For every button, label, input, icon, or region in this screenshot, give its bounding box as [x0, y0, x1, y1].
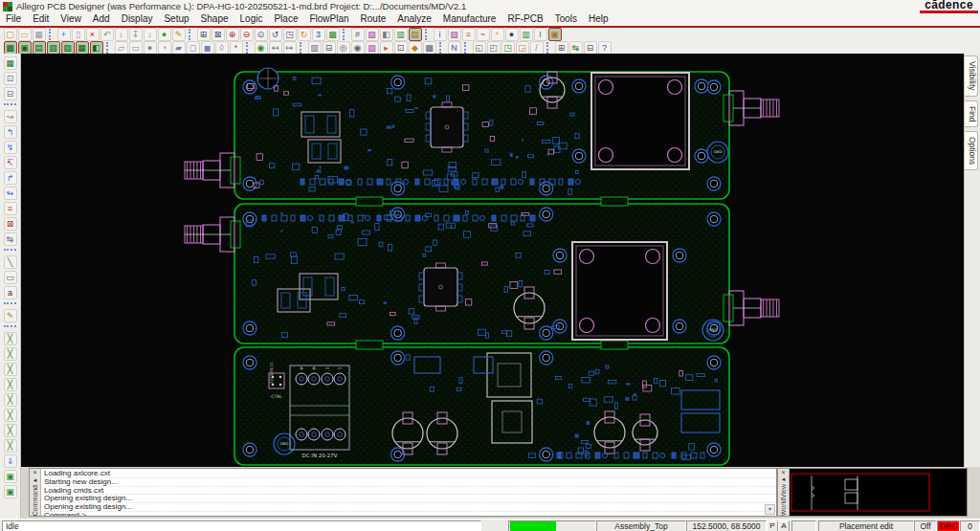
paste-icon[interactable]: ↓	[115, 28, 128, 41]
console-close-icon[interactable]: ×	[31, 469, 39, 476]
board-geom-icon[interactable]: ▧	[47, 41, 60, 55]
sun-shine-icon[interactable]: *	[491, 28, 504, 41]
zoom-previous-icon[interactable]: ↺	[269, 28, 282, 41]
add-line-icon[interactable]: ╲	[4, 255, 17, 269]
unmiter-icon[interactable]: ╳	[4, 393, 17, 407]
copy-icon[interactable]: ▯	[72, 28, 85, 41]
move-icon[interactable]: +	[57, 28, 71, 41]
board-etch-icon[interactable]: ▦	[76, 41, 89, 55]
add-rect-icon[interactable]: ▭	[4, 271, 17, 284]
snapshot-icon[interactable]: ◉	[351, 41, 365, 55]
shape-sq-icon[interactable]: ◻	[187, 41, 200, 55]
stretch-right-icon[interactable]: ↦	[283, 41, 297, 55]
route-loop-icon[interactable]: ↬	[4, 187, 17, 200]
attach-icon[interactable]: ↧	[129, 28, 143, 41]
pick-button[interactable]: P	[767, 520, 778, 531]
grid-toggle-icon[interactable]: #	[351, 28, 365, 41]
open-design-icon[interactable]: ▭	[18, 28, 32, 41]
shape-void-icon[interactable]: *	[230, 41, 243, 55]
align-drop-icon[interactable]: ⇓	[4, 454, 17, 468]
color192-icon[interactable]: ▩	[326, 28, 340, 41]
delay-tune-icon[interactable]: ╳	[4, 347, 17, 361]
zoom-selection-icon[interactable]: ◳	[283, 28, 297, 41]
drop-mark-icon[interactable]: ↓	[144, 28, 157, 41]
route-z-icon[interactable]: ↯	[4, 141, 17, 154]
menu-analyze[interactable]: Analyze	[391, 13, 437, 25]
menu-display[interactable]: Display	[116, 13, 159, 25]
label-open-icon[interactable]: ◰	[487, 41, 501, 55]
fix-object-icon[interactable]: ╳	[4, 424, 17, 437]
zoom-points-icon[interactable]: ⊞	[197, 28, 211, 41]
tab-find[interactable]: Find	[965, 100, 978, 128]
route-pin-icon[interactable]: ↸	[4, 156, 17, 169]
menu-flowplan[interactable]: FlowPlan	[303, 13, 354, 25]
board-mech-icon[interactable]: ▨	[61, 41, 75, 55]
add-text-icon[interactable]: a	[4, 286, 17, 299]
shape-arc-icon[interactable]: ◔	[158, 41, 171, 55]
ic-package[interactable]	[419, 263, 462, 311]
menu-route[interactable]: Route	[355, 13, 392, 25]
menu-tools[interactable]: Tools	[549, 13, 583, 25]
properties-icon[interactable]: ▥	[308, 41, 322, 55]
console-undock-icon[interactable]: ◂	[31, 476, 39, 484]
board-export-icon[interactable]: ▣	[548, 28, 562, 41]
shape-rect-icon[interactable]: ▭	[129, 41, 143, 55]
menu-rf-pcb[interactable]: RF-PCB	[501, 13, 548, 25]
column-status-icon[interactable]: ▥	[520, 28, 533, 41]
hourglass-icon[interactable]: I	[534, 28, 547, 41]
highlight-icon[interactable]: ●	[158, 28, 171, 41]
open-drawing-icon[interactable]: ▦	[4, 56, 17, 70]
shape-polygon-icon[interactable]: ▱	[115, 41, 128, 55]
paste-fanout-icon[interactable]: ▣	[4, 485, 17, 498]
signal-router-icon[interactable]: N	[448, 41, 461, 55]
menu-edit[interactable]: Edit	[27, 13, 55, 25]
help-icon[interactable]: ?	[598, 41, 612, 55]
shield-can[interactable]	[572, 73, 708, 169]
unfix-object-icon[interactable]: ╳	[4, 439, 17, 453]
undo-icon[interactable]: ↶	[100, 28, 114, 41]
redraw-icon[interactable]: ↻	[298, 28, 311, 41]
via-pattern-icon[interactable]: ⊠	[4, 217, 17, 231]
menu-manufacture[interactable]: Manufacture	[437, 13, 502, 25]
film-pair-icon[interactable]: ⊟	[4, 87, 17, 100]
menu-add[interactable]: Add	[87, 13, 116, 25]
cns-show-icon[interactable]: ▥	[394, 28, 408, 41]
measure-icon[interactable]: ≡	[462, 28, 476, 41]
layer-swap-icon[interactable]: ↹	[4, 232, 17, 246]
command-console[interactable]: × ◂ Command Loading axlcore.cxt Starting…	[29, 468, 777, 517]
shape-frect-icon[interactable]: ▰	[172, 41, 186, 55]
text-block-icon[interactable]: ⊡	[4, 72, 17, 85]
library-book-icon[interactable]: ⊟	[323, 41, 336, 55]
film-frame-icon[interactable]: ⊟	[584, 41, 597, 55]
tab-visibility[interactable]: Visibility	[965, 55, 978, 97]
custom-smooth-icon[interactable]: ╳	[4, 363, 17, 376]
tab-options[interactable]: Options	[965, 131, 978, 170]
add-connect-icon[interactable]: ↝	[4, 110, 17, 123]
worldview-canvas[interactable]	[790, 469, 967, 516]
delete-icon[interactable]: ×	[86, 28, 100, 41]
menu-place[interactable]: Place	[268, 13, 303, 25]
color-priority-icon[interactable]: ▨	[366, 28, 379, 41]
menu-shape[interactable]: Shape	[195, 13, 234, 25]
drc-status-badge[interactable]: DRC	[937, 520, 960, 531]
key-lock-icon[interactable]: ◆	[409, 41, 422, 55]
window-select-icon[interactable]: ⊡	[394, 41, 408, 55]
worldview-close-icon[interactable]: ×	[779, 469, 788, 476]
shadow-mode-icon[interactable]: ◧	[380, 28, 393, 41]
board-mask-icon[interactable]: ◧	[90, 41, 103, 55]
board-open-2-icon[interactable]: ▣	[18, 41, 32, 55]
application-mode-button[interactable]: A	[778, 520, 790, 531]
menu-help[interactable]: Help	[583, 13, 614, 25]
shape-oct-icon[interactable]: ◊	[215, 41, 229, 55]
hatch-fill-icon[interactable]: ≡	[4, 202, 17, 215]
flag-set-icon[interactable]: ▸	[380, 41, 393, 55]
group-objects-icon[interactable]: ⊞	[555, 41, 568, 55]
design-canvas[interactable]: GNDGNDGND++−−DC IN 20-27VCTRL2025/05/21	[21, 54, 964, 467]
dart-pin-icon[interactable]: ✎	[172, 28, 186, 41]
active-layer[interactable]: Assembly_Top	[596, 520, 686, 531]
info-icon[interactable]: i	[434, 28, 447, 41]
blast-icon[interactable]: ●	[505, 28, 519, 41]
miter-icon[interactable]: ╳	[4, 378, 17, 391]
menu-logic[interactable]: Logic	[234, 13, 269, 25]
lattice-icon[interactable]: ▩	[423, 41, 436, 55]
